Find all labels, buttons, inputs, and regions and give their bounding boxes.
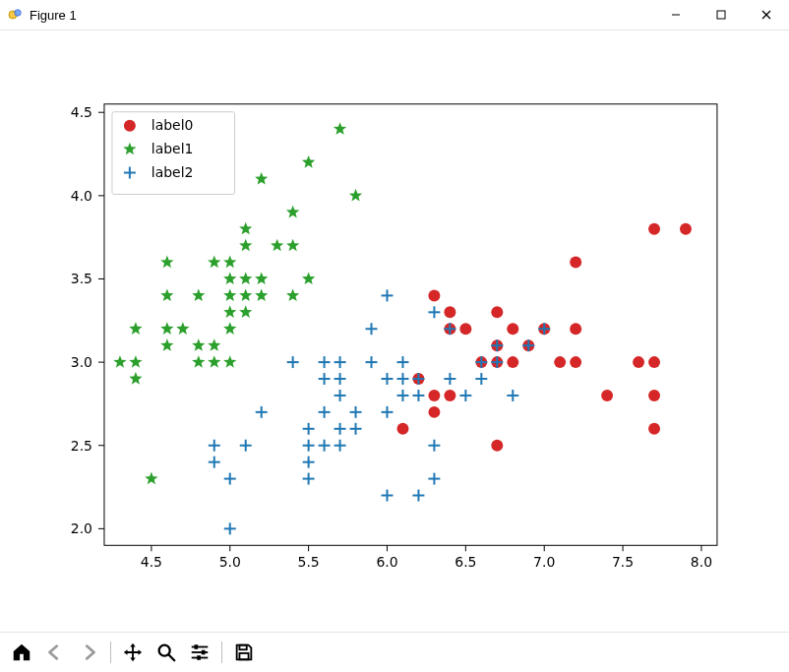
window-close-button[interactable]	[744, 0, 789, 30]
sliders-icon	[189, 641, 211, 663]
svg-text:8.0: 8.0	[691, 554, 712, 570]
svg-point-56	[570, 257, 581, 269]
home-button[interactable]	[6, 637, 37, 668]
svg-point-37	[428, 406, 440, 418]
svg-text:7.5: 7.5	[612, 554, 634, 570]
svg-marker-64	[113, 355, 126, 368]
svg-marker-94	[271, 239, 283, 252]
back-button[interactable]	[39, 637, 71, 668]
svg-marker-92	[255, 272, 268, 284]
scatter-plot: 4.55.05.56.06.57.07.58.02.02.53.03.54.04…	[0, 31, 789, 632]
svg-point-60	[648, 390, 660, 401]
figure-canvas[interactable]: 4.55.05.56.06.57.07.58.02.02.53.03.54.04…	[0, 31, 789, 632]
save-icon	[233, 641, 255, 663]
svg-text:5.0: 5.0	[219, 554, 241, 570]
arrow-left-icon	[44, 641, 66, 663]
svg-text:2.0: 2.0	[71, 520, 92, 536]
svg-marker-89	[239, 239, 252, 252]
svg-marker-77	[208, 355, 220, 368]
svg-point-61	[648, 356, 660, 368]
svg-marker-91	[255, 288, 268, 301]
svg-text:5.5: 5.5	[298, 554, 320, 570]
svg-text:3.5: 3.5	[71, 271, 92, 286]
svg-marker-85	[223, 256, 236, 269]
svg-point-45	[491, 440, 503, 452]
svg-marker-67	[129, 322, 142, 335]
figure-window: Figure 1 4.55.05.56.06.57.07.58.02.02.53…	[0, 0, 789, 672]
window-maximize-button[interactable]	[698, 0, 744, 30]
svg-point-48	[491, 306, 503, 318]
svg-point-40	[444, 390, 455, 401]
svg-text:label0: label0	[152, 117, 194, 133]
svg-line-205	[169, 655, 175, 661]
svg-text:7.0: 7.0	[533, 554, 555, 570]
window-minimize-button[interactable]	[653, 0, 698, 30]
svg-text:4.5: 4.5	[71, 104, 92, 120]
svg-marker-99	[302, 155, 315, 168]
svg-text:6.5: 6.5	[455, 554, 476, 570]
home-icon	[11, 641, 32, 663]
arrow-right-icon	[78, 641, 99, 663]
svg-rect-210	[202, 650, 206, 655]
svg-marker-65	[129, 372, 142, 385]
svg-point-58	[633, 356, 644, 368]
svg-point-54	[570, 356, 581, 368]
svg-marker-93	[255, 172, 268, 185]
svg-point-57	[601, 390, 613, 401]
svg-marker-71	[160, 288, 173, 301]
svg-rect-212	[239, 645, 246, 650]
svg-marker-86	[239, 305, 252, 318]
svg-point-62	[648, 223, 660, 235]
svg-marker-68	[145, 472, 157, 485]
svg-text:2.5: 2.5	[71, 438, 92, 454]
toolbar-separator	[110, 641, 111, 663]
svg-text:4.0: 4.0	[71, 188, 92, 204]
pan-button[interactable]	[117, 637, 149, 668]
svg-point-35	[396, 423, 408, 435]
svg-marker-70	[160, 322, 173, 335]
svg-marker-79	[208, 256, 220, 269]
forward-button[interactable]	[73, 637, 104, 668]
svg-marker-90	[239, 222, 252, 235]
svg-text:6.0: 6.0	[376, 554, 397, 570]
svg-marker-76	[192, 288, 205, 301]
svg-marker-80	[223, 355, 236, 368]
svg-marker-75	[192, 338, 205, 351]
svg-marker-73	[176, 322, 189, 335]
svg-marker-74	[192, 355, 205, 368]
svg-marker-87	[239, 288, 252, 301]
svg-point-53	[554, 356, 566, 368]
svg-text:label2: label2	[152, 164, 194, 180]
app-icon	[8, 7, 24, 23]
svg-rect-3	[717, 11, 725, 19]
svg-marker-72	[160, 256, 173, 269]
window-title: Figure 1	[30, 8, 77, 23]
svg-point-42	[444, 306, 455, 318]
configure-subplots-button[interactable]	[184, 637, 215, 668]
svg-marker-78	[208, 338, 220, 351]
svg-point-39	[428, 289, 440, 301]
zoom-icon	[155, 641, 177, 663]
zoom-button[interactable]	[151, 637, 182, 668]
svg-point-63	[680, 223, 692, 235]
svg-point-43	[459, 323, 471, 335]
svg-point-59	[648, 423, 660, 435]
save-button[interactable]	[228, 637, 260, 668]
svg-marker-66	[129, 355, 142, 368]
svg-point-1	[15, 10, 21, 16]
move-icon	[122, 641, 144, 663]
toolbar-separator	[221, 641, 222, 663]
svg-marker-95	[286, 288, 299, 301]
svg-text:4.5: 4.5	[141, 554, 162, 570]
svg-marker-83	[223, 288, 236, 301]
svg-marker-96	[286, 239, 299, 252]
svg-text:3.0: 3.0	[71, 354, 92, 370]
svg-marker-98	[302, 272, 315, 284]
svg-point-38	[428, 390, 440, 401]
svg-marker-82	[223, 305, 236, 318]
svg-marker-97	[286, 206, 299, 218]
svg-marker-100	[334, 122, 346, 135]
svg-marker-84	[223, 272, 236, 284]
svg-point-50	[507, 323, 518, 335]
svg-marker-88	[239, 272, 252, 284]
